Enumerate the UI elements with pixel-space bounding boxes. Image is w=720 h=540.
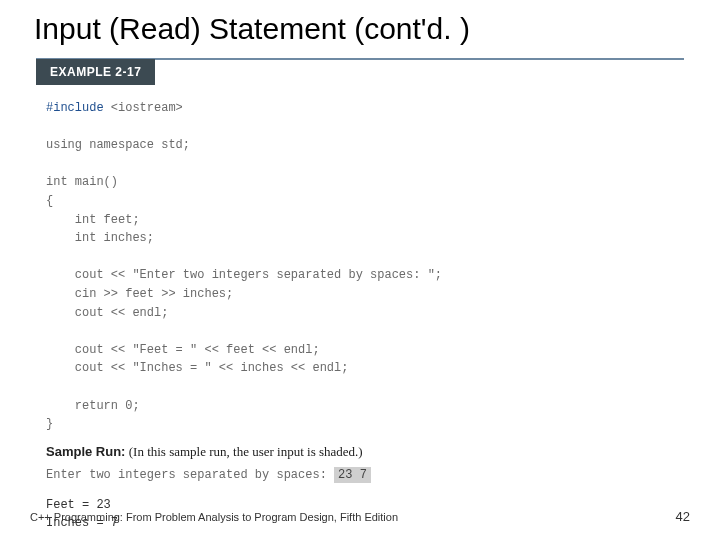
code-include-directive: #include <box>46 101 104 115</box>
code-cin: cin >> feet >> inches; <box>46 287 233 301</box>
code-block: #include <iostream> using namespace std;… <box>46 99 690 434</box>
sample-run-prompt: Enter two integers separated by spaces: <box>46 468 334 482</box>
code-cout-prompt: cout << "Enter two integers separated by… <box>46 268 442 282</box>
code-decl-inches: int inches; <box>46 231 154 245</box>
example-badge: EXAMPLE 2-17 <box>36 59 155 85</box>
code-std: std; <box>161 138 190 152</box>
code-using: using namespace <box>46 138 161 152</box>
slide: Input (Read) Statement (cont'd. ) EXAMPL… <box>0 0 720 540</box>
slide-title: Input (Read) Statement (cont'd. ) <box>34 12 690 46</box>
code-close-brace: } <box>46 417 53 431</box>
code-open-brace: { <box>46 194 53 208</box>
sample-run-prompt-line: Enter two integers separated by spaces: … <box>46 468 690 482</box>
code-cout-feet: cout << "Feet = " << feet << endl; <box>46 343 320 357</box>
code-cout-inches: cout << "Inches = " << inches << endl; <box>46 361 348 375</box>
sample-run-label: Sample Run: (In this sample run, the use… <box>46 444 690 460</box>
page-number: 42 <box>676 509 690 524</box>
sample-run-bold: Sample Run: <box>46 444 125 459</box>
code-endl: cout << endl; <box>46 306 168 320</box>
footer: C++ Programming: From Problem Analysis t… <box>30 509 690 524</box>
code-decl-feet: int feet; <box>46 213 140 227</box>
sample-run-note: (In this sample run, the user input is s… <box>125 444 362 459</box>
code-main: int main() <box>46 175 118 189</box>
sample-run-user-input: 23 7 <box>334 467 371 483</box>
footer-text: C++ Programming: From Problem Analysis t… <box>30 511 398 523</box>
code-iostream: <iostream> <box>104 101 183 115</box>
code-return: return 0; <box>46 399 140 413</box>
